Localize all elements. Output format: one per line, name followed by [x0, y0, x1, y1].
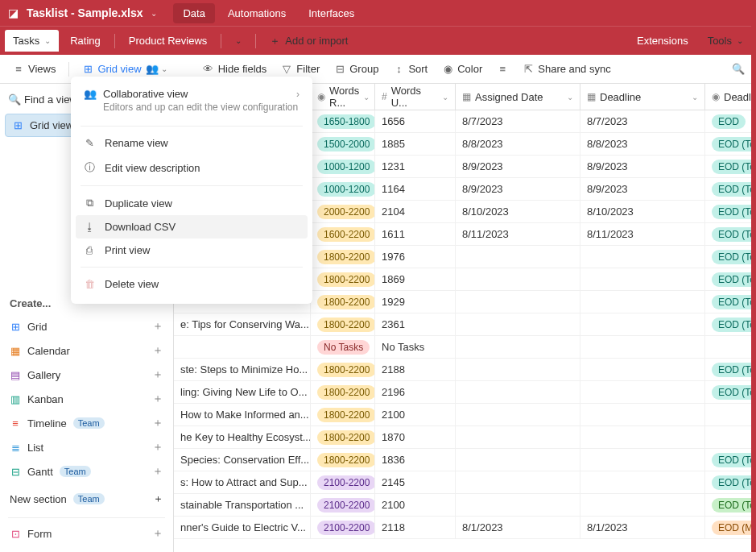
create-grid[interactable]: ⊞Grid＋ [0, 314, 173, 338]
app-logo-icon: ◪ [8, 6, 19, 19]
color-button[interactable]: ◉Color [436, 59, 489, 79]
calendar-icon: ▦ [587, 91, 596, 102]
timeline-icon: ≡ [10, 417, 21, 430]
menu-collab-subtitle: Editors and up can edit the view configu… [71, 102, 312, 121]
table-row[interactable]: No TasksNo Tasks [174, 336, 756, 359]
kanban-icon: ▥ [10, 393, 21, 405]
info-icon: ⓘ [84, 160, 95, 175]
col-deadline-status[interactable]: ◉Deadl [705, 84, 754, 110]
base-title[interactable]: Tasklist - Sample.xlsx [27, 6, 143, 19]
menu-download-csv[interactable]: ⭳Download CSV [76, 215, 308, 239]
grid-icon: ⊞ [12, 119, 23, 131]
print-icon: ⎙ [84, 244, 95, 256]
formula-icon: ◉ [317, 91, 325, 102]
col-words-used[interactable]: #Words U...⌄ [375, 84, 456, 110]
table-bar: Tasks⌄ Rating Product Reviews ⌄ ＋Add or … [0, 26, 756, 55]
table-tab-chevron[interactable]: ⌄ [227, 32, 250, 49]
list-icon: ≣ [10, 442, 21, 454]
grid-icon: ⊞ [10, 321, 21, 333]
table-row[interactable]: How to Make Informed an...1800-22002100 [174, 404, 756, 426]
calendar-icon: ▦ [462, 91, 471, 102]
table-row[interactable]: s: How to Attract and Sup...2100-2200214… [174, 471, 756, 494]
view-context-menu: 👥Collaborative view› Editors and up can … [71, 77, 312, 304]
separator [114, 34, 115, 48]
table-row[interactable]: e: Tips for Conserving Wa...1800-2200236… [174, 313, 756, 336]
create-calendar[interactable]: ▦Calendar＋ [0, 338, 173, 363]
col-assigned-date[interactable]: ▦Assigned Date⌄ [456, 84, 580, 110]
table-row[interactable]: ste: Steps to Minimize Ho...1800-2200218… [174, 359, 756, 381]
table-row[interactable]: Species: Conservation Eff...1800-2200183… [174, 449, 756, 471]
separator [221, 34, 221, 48]
table-tab-tasks[interactable]: Tasks⌄ [5, 30, 59, 52]
menu-edit-description[interactable]: ⓘEdit view description [71, 155, 312, 181]
group-button[interactable]: ⊟Group [328, 59, 385, 79]
title-chevron-icon[interactable]: ⌄ [151, 9, 157, 18]
calendar-icon: ▦ [10, 345, 21, 357]
add-or-import-button[interactable]: ＋Add or import [262, 30, 356, 52]
tab-automations[interactable]: Automations [218, 3, 295, 23]
sort-button[interactable]: ↕Sort [386, 59, 434, 79]
menu-rename-view[interactable]: ✎Rename view [71, 131, 312, 155]
create-form[interactable]: ⊡Form＋ [0, 521, 173, 546]
search-icon: 🔍 [8, 93, 19, 106]
table-tab-product-reviews[interactable]: Product Reviews [121, 31, 216, 51]
create-kanban[interactable]: ▥Kanban＋ [0, 387, 173, 411]
menu-print-view[interactable]: ⎙Print view [71, 239, 312, 262]
new-section-row[interactable]: New sectionTeam＋ [0, 484, 173, 514]
share-sync-button[interactable]: ⇱Share and sync [516, 59, 617, 79]
col-words-range[interactable]: ◉Words R...⌄ [311, 84, 375, 110]
chevron-right-icon: › [296, 89, 300, 100]
tab-interfaces[interactable]: Interfaces [299, 3, 364, 23]
pencil-icon: ✎ [84, 137, 95, 149]
tools-button[interactable]: Tools⌄ [700, 31, 751, 51]
col-deadline[interactable]: ▦Deadline⌄ [580, 84, 705, 110]
create-gantt[interactable]: ⊟GanttTeam＋ [0, 459, 173, 484]
search-button[interactable]: 🔍 [725, 59, 750, 79]
table-row[interactable]: ling: Giving New Life to O...1800-220021… [174, 381, 756, 404]
menu-delete-view[interactable]: 🗑Delete view [71, 272, 312, 296]
formula-icon: ◉ [712, 91, 720, 102]
tab-data[interactable]: Data [173, 3, 214, 23]
row-height-button[interactable]: ≡ [490, 59, 514, 79]
create-list[interactable]: ≣List＋ [0, 435, 173, 459]
top-header: ◪ Tasklist - Sample.xlsx ⌄ Data Automati… [0, 0, 756, 26]
separator [255, 34, 256, 48]
people-icon: 👥 [84, 88, 95, 100]
create-timeline[interactable]: ≡TimelineTeam＋ [0, 411, 173, 435]
menu-duplicate-view[interactable]: ⧉Duplicate view [71, 191, 312, 215]
gantt-icon: ⊟ [10, 466, 21, 478]
extensions-button[interactable]: Extensions [629, 31, 696, 51]
create-gallery[interactable]: ▤Gallery＋ [0, 363, 173, 387]
table-row[interactable]: he Key to Healthy Ecosyst...1800-2200187… [174, 426, 756, 449]
gallery-icon: ▤ [10, 369, 21, 381]
right-edge [751, 26, 756, 552]
form-icon: ⊡ [10, 528, 21, 540]
table-tab-rating[interactable]: Rating [62, 31, 109, 51]
download-icon: ⭳ [84, 221, 95, 233]
table-row[interactable]: nner's Guide to Electric V...2100-220021… [174, 517, 756, 539]
table-row[interactable]: stainable Transportation ...2100-2200210… [174, 494, 756, 517]
number-icon: # [382, 91, 387, 102]
menu-collaborative-view[interactable]: 👥Collaborative view› [71, 85, 312, 102]
copy-icon: ⧉ [84, 197, 95, 210]
views-toggle[interactable]: ≡Views [6, 59, 62, 79]
top-tabs: Data Automations Interfaces [173, 3, 364, 23]
trash-icon: 🗑 [84, 278, 95, 290]
